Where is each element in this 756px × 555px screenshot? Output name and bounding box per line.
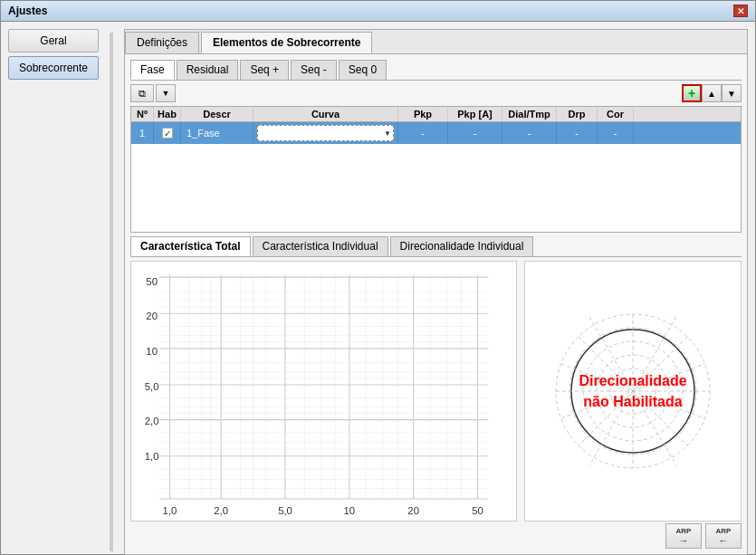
toolbar-row: ⧉ ▼ + ▲ ▼ — [130, 84, 742, 102]
elements-table: Nº Hab Descr Curva Pkp Pkp [A] Dial/Tmp … — [130, 106, 742, 233]
col-cor: Cor — [598, 107, 634, 121]
geral-button[interactable]: Geral — [8, 29, 99, 53]
svg-text:20: 20 — [407, 505, 419, 516]
chart-bottom-buttons: ARP → ARP ← — [130, 523, 742, 549]
add-button[interactable]: + — [682, 84, 702, 102]
cell-cor: - — [598, 122, 634, 144]
tab-caracteristica-total[interactable]: Característica Total — [130, 236, 251, 256]
log-chart: 50 20 10 5,0 2,0 1,0 1,0 2,0 5,0 10 — [130, 261, 517, 522]
close-button[interactable]: ✕ — [733, 5, 748, 17]
toolbar-left: ⧉ ▼ — [130, 84, 176, 102]
tab-residual[interactable]: Residual — [177, 60, 239, 80]
checkmark: ✓ — [164, 129, 171, 139]
col-dial-tmp: Dial/Tmp — [502, 107, 557, 121]
sobrecorrente-button[interactable]: Sobrecorrente — [8, 56, 99, 80]
arp-forward-arrow: → — [679, 535, 689, 546]
cell-dial-tmp: - — [502, 122, 557, 144]
chart-tab-bar: Característica Total Característica Indi… — [130, 236, 742, 257]
arp-back-arrow: ← — [719, 535, 729, 546]
right-panel: Definições Elementos de Sobrecorrente Fa… — [124, 29, 748, 555]
col-pkp-a: Pkp [A] — [448, 107, 502, 121]
inner-tab-bar: Fase Residual Seq + Seq - Seq 0 — [130, 60, 742, 81]
arp-forward-button[interactable]: ARP → — [665, 523, 702, 549]
tab-seq-neg[interactable]: Seq - — [291, 60, 337, 80]
tab-definicoes[interactable]: Definições — [125, 32, 199, 53]
move-up-button[interactable]: ▲ — [702, 84, 722, 102]
cell-drp: - — [557, 122, 598, 144]
tab-direcionalidade-individual[interactable]: Direcionalidade Individual — [390, 236, 534, 256]
arrow-down-button[interactable]: ▼ — [156, 84, 176, 102]
charts-content: 50 20 10 5,0 2,0 1,0 1,0 2,0 5,0 10 — [130, 261, 742, 522]
title-bar: Ajustes ✕ — [1, 1, 755, 22]
curve-select-dropdown[interactable]: ▼ — [257, 125, 394, 141]
svg-text:50: 50 — [472, 505, 483, 516]
svg-text:5,0: 5,0 — [278, 505, 292, 516]
arp-back-label: ARP — [716, 527, 732, 535]
inner-content: Fase Residual Seq + Seq - Seq 0 — [125, 54, 747, 554]
svg-text:10: 10 — [344, 505, 356, 516]
tab-seq-zero[interactable]: Seq 0 — [339, 60, 387, 80]
move-down-button[interactable]: ▼ — [722, 84, 742, 102]
log-chart-svg: 50 20 10 5,0 2,0 1,0 1,0 2,0 5,0 10 — [131, 262, 516, 521]
arp-back-button[interactable]: ARP ← — [705, 523, 742, 549]
tab-fase[interactable]: Fase — [130, 60, 175, 80]
charts-area: Característica Total Característica Indi… — [130, 236, 742, 549]
curve-dropdown-arrow: ▼ — [384, 129, 391, 138]
svg-text:2,0: 2,0 — [214, 505, 228, 516]
col-descr: Descr — [181, 107, 254, 121]
cell-pkp: - — [398, 122, 448, 144]
svg-text:50: 50 — [146, 276, 158, 287]
tab-elementos[interactable]: Elementos de Sobrecorrente — [201, 32, 372, 53]
left-panel: Geral Sobrecorrente — [8, 29, 99, 555]
col-num: Nº — [131, 107, 154, 121]
left-separator — [110, 33, 113, 551]
svg-text:2,0: 2,0 — [145, 416, 159, 426]
main-window: Ajustes ✕ Geral Sobrecorrente Definições… — [0, 0, 756, 555]
svg-text:1,0: 1,0 — [163, 505, 177, 516]
window-body: Geral Sobrecorrente Definições Elementos… — [1, 22, 755, 555]
cell-curva[interactable]: ▼ — [254, 122, 398, 144]
tab-caracteristica-individual[interactable]: Característica Individual — [253, 236, 388, 256]
col-pkp: Pkp — [398, 107, 448, 121]
svg-text:20: 20 — [146, 311, 158, 321]
cell-hab[interactable]: ✓ — [154, 122, 181, 144]
cell-descr: 1_Fase — [181, 122, 254, 144]
cell-pkp-a: - — [448, 122, 502, 144]
arp-forward-label: ARP — [676, 527, 692, 535]
tab-seq-pos[interactable]: Seq + — [240, 60, 289, 80]
toolbar-right: + ▲ ▼ — [682, 84, 742, 102]
copy-button[interactable]: ⧉ — [130, 84, 154, 102]
table-row[interactable]: 1 ✓ 1_Fase ▼ - — [131, 122, 741, 144]
table-header: Nº Hab Descr Curva Pkp Pkp [A] Dial/Tmp … — [131, 107, 741, 122]
polar-chart-svg — [533, 308, 732, 475]
cell-num: 1 — [131, 122, 154, 144]
col-curva: Curva — [254, 107, 398, 121]
col-hab: Hab — [154, 107, 181, 121]
polar-chart: Direcionalidade não Habilitada — [524, 261, 742, 522]
col-drp: Drp — [557, 107, 598, 121]
outer-tab-bar: Definições Elementos de Sobrecorrente — [125, 30, 747, 54]
window-title: Ajustes — [8, 5, 47, 17]
checkbox-hab[interactable]: ✓ — [162, 128, 173, 139]
svg-text:10: 10 — [146, 346, 158, 357]
svg-text:5,0: 5,0 — [145, 381, 159, 392]
svg-text:1,0: 1,0 — [145, 451, 159, 462]
